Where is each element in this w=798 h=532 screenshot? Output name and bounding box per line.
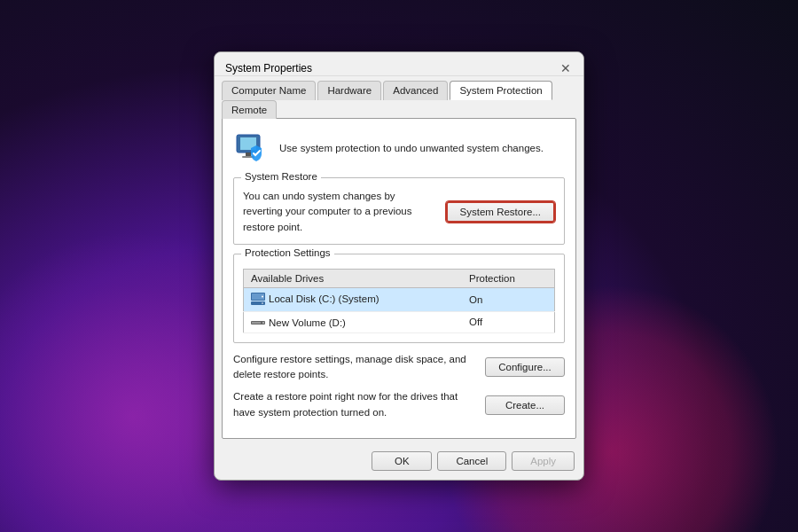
dialog-title: System Properties bbox=[225, 62, 312, 74]
configure-text: Configure restore settings, manage disk … bbox=[233, 352, 476, 383]
create-text: Create a restore point right now for the… bbox=[233, 389, 476, 420]
cancel-button[interactable]: Cancel bbox=[437, 451, 506, 471]
tab-hardware[interactable]: Hardware bbox=[317, 81, 381, 100]
create-row: Create a restore point right now for the… bbox=[233, 389, 565, 420]
ok-button[interactable]: OK bbox=[372, 451, 432, 471]
protection-settings-label: Protection Settings bbox=[241, 247, 334, 258]
tab-computer-name[interactable]: Computer Name bbox=[222, 81, 316, 100]
tab-advanced[interactable]: Advanced bbox=[383, 81, 448, 100]
table-row[interactable]: Local Disk (C:) (System) On bbox=[244, 287, 555, 311]
system-restore-label: System Restore bbox=[241, 171, 321, 182]
svg-point-11 bbox=[262, 322, 264, 324]
drive-d-protection: Off bbox=[462, 311, 554, 332]
drives-table: Available Drives Protection bbox=[243, 269, 555, 333]
info-row: Use system protection to undo unwanted s… bbox=[233, 129, 565, 167]
svg-point-8 bbox=[262, 302, 263, 304]
hdd-d-icon bbox=[251, 320, 265, 325]
col-drives: Available Drives bbox=[244, 269, 463, 287]
drive-c-name: Local Disk (C:) (System) bbox=[269, 293, 379, 304]
tab-content: Use system protection to undo unwanted s… bbox=[222, 118, 576, 439]
col-protection: Protection bbox=[462, 269, 554, 287]
system-restore-section: System Restore You can undo system chang… bbox=[233, 177, 565, 245]
tab-remote[interactable]: Remote bbox=[222, 100, 277, 119]
apply-button[interactable]: Apply bbox=[512, 451, 575, 471]
svg-rect-2 bbox=[246, 153, 251, 156]
drive-d-cell: New Volume (D:) bbox=[244, 311, 463, 332]
close-button[interactable]: ✕ bbox=[559, 61, 573, 75]
svg-point-6 bbox=[262, 295, 263, 297]
system-restore-text: You can undo system changes by reverting… bbox=[243, 189, 437, 235]
table-row[interactable]: New Volume (D:) Off bbox=[244, 311, 555, 332]
drive-d-icon-group: New Volume (D:) bbox=[251, 317, 346, 328]
tab-bar: Computer Name Hardware Advanced System P… bbox=[215, 76, 583, 118]
system-properties-dialog: System Properties ✕ Computer Name Hardwa… bbox=[214, 51, 584, 481]
system-restore-button[interactable]: System Restore... bbox=[446, 201, 555, 223]
drive-c-cell: Local Disk (C:) (System) bbox=[244, 287, 463, 311]
hdd-c-icon bbox=[251, 293, 265, 305]
configure-button[interactable]: Configure... bbox=[485, 357, 565, 377]
drive-d-name: New Volume (D:) bbox=[269, 317, 346, 328]
drive-c-protection: On bbox=[462, 287, 554, 311]
title-bar: System Properties ✕ bbox=[215, 52, 583, 76]
dialog-footer: OK Cancel Apply bbox=[215, 446, 583, 480]
drive-c-icon-group: Local Disk (C:) (System) bbox=[251, 293, 379, 305]
configure-row: Configure restore settings, manage disk … bbox=[233, 352, 565, 383]
info-text: Use system protection to undo unwanted s… bbox=[279, 141, 544, 155]
svg-rect-10 bbox=[252, 322, 261, 324]
protection-settings-section: Protection Settings Available Drives Pro… bbox=[233, 254, 565, 343]
tab-system-protection[interactable]: System Protection bbox=[450, 81, 552, 100]
system-shield-icon bbox=[233, 129, 270, 167]
system-restore-content: You can undo system changes by reverting… bbox=[243, 185, 555, 235]
create-button[interactable]: Create... bbox=[485, 395, 565, 415]
